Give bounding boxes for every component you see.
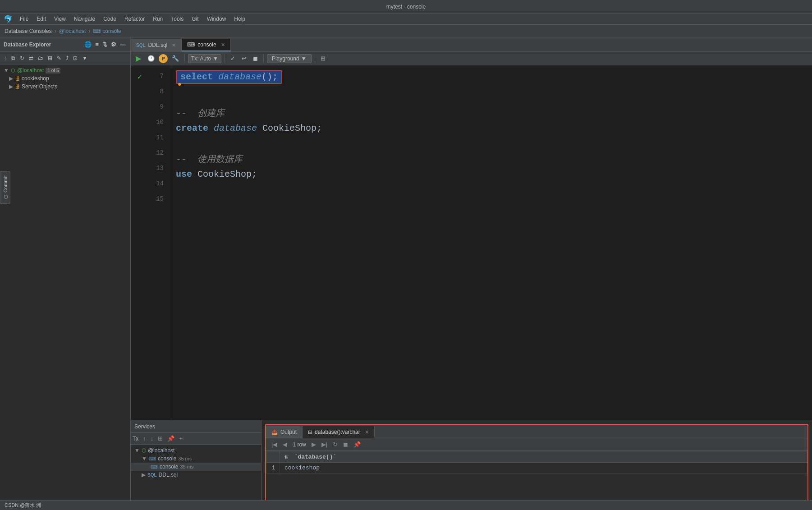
menu-git[interactable]: Git	[188, 15, 202, 23]
output-tab-result[interactable]: ⊞ database():varchar ✕	[303, 426, 375, 438]
code-line-9[interactable]: -- 创建库	[176, 105, 807, 120]
breadcrumb-console[interactable]: console	[102, 28, 121, 34]
menu-view[interactable]: View	[50, 15, 69, 23]
services-up-btn[interactable]: ↑	[141, 434, 148, 443]
localhost-badge: 1 of 5	[46, 68, 60, 74]
jump-btn[interactable]: ⤴	[64, 54, 70, 62]
copy-datasource-btn[interactable]: ⧉	[9, 54, 17, 62]
properties-btn[interactable]: ⊡	[71, 54, 79, 62]
console-child-icon: ⌨	[151, 464, 158, 470]
menu-window[interactable]: Window	[203, 15, 230, 23]
filter-btn[interactable]: ▼	[80, 54, 89, 62]
service-console-child[interactable]: ⌨ console 35 ms	[131, 463, 261, 471]
title-bar: mytest - console	[0, 0, 812, 14]
code-line-13[interactable]: use CookieShop;	[176, 166, 807, 182]
prev-btn[interactable]: ◀	[281, 440, 289, 449]
services-pin-btn[interactable]: 📌	[165, 434, 176, 443]
settings-icon[interactable]: ⚙	[110, 40, 117, 49]
menu-file[interactable]: File	[16, 15, 32, 23]
db-explorer-panel: Database Explorer 🌐 ≡ ⇅ ⚙ — + ⧉ ↻ ⇄ 🗂 ⊞ …	[0, 37, 131, 510]
arrow-icon: ▶	[9, 75, 13, 82]
menu-refactor[interactable]: Refactor	[121, 15, 148, 23]
menu-run[interactable]: Run	[149, 15, 166, 23]
commit-label: ⬡ Commit	[3, 175, 8, 200]
align-icon[interactable]: ≡	[94, 40, 100, 49]
separator-4	[315, 55, 315, 63]
arrow-icon: ▼	[134, 447, 140, 454]
tree-cookieshop[interactable]: ▶ 🗄 cookieshop	[0, 74, 130, 83]
line7-content: select database () ;	[176, 70, 282, 84]
sync-btn[interactable]: ⇄	[27, 54, 35, 62]
menu-help[interactable]: Help	[230, 15, 249, 23]
code-line-12[interactable]: -- 使用数据库	[176, 151, 807, 166]
tree-server-objects[interactable]: ▶ 🗄 Server Objects	[0, 83, 130, 91]
sort-icon[interactable]: ⇅	[101, 40, 108, 49]
service-localhost[interactable]: ▼ ⬡ @localhost	[131, 446, 261, 455]
stop-button[interactable]: ◼	[251, 54, 260, 63]
line-num-9: 9	[149, 100, 167, 115]
table-btn[interactable]: ⊞	[46, 54, 54, 62]
add-datasource-btn[interactable]: +	[2, 54, 9, 62]
line-num-15: 15	[149, 192, 167, 207]
breadcrumb-database-consoles[interactable]: Database Consoles	[5, 28, 52, 34]
minimize-icon[interactable]: —	[119, 40, 127, 49]
output-bordered: 📤 Output ⊞ database():varchar ✕ |◀ ◀ 1 r…	[265, 424, 808, 506]
tab-ddl-sql[interactable]: SQL DDL.sql ✕	[131, 39, 182, 51]
gutter-9	[131, 100, 149, 115]
globe-icon[interactable]: 🌐	[83, 40, 92, 49]
service-console-parent[interactable]: ▼ ⌨ console 35 ms	[131, 455, 261, 463]
next-btn[interactable]: ▶	[310, 440, 318, 449]
database-keyword: database	[218, 72, 261, 82]
col-sort-icon: ⇅	[284, 454, 288, 460]
service-ddl[interactable]: ▶ SQL DDL.sql	[131, 471, 261, 479]
code-line-14[interactable]	[176, 182, 807, 197]
output-toolbar: |◀ ◀ 1 row ▶ ▶| ↻ ◼ 📌	[266, 438, 807, 451]
menu-tools[interactable]: Tools	[167, 15, 187, 23]
menu-code[interactable]: Code	[100, 15, 120, 23]
menu-navigate[interactable]: Navigate	[70, 15, 99, 23]
stop-output-btn[interactable]: ◼	[341, 440, 350, 449]
refresh-output-btn[interactable]: ↻	[331, 440, 339, 449]
first-btn[interactable]: |◀	[270, 440, 279, 449]
pin-output-btn[interactable]: 📌	[352, 440, 362, 449]
schema-btn[interactable]: 🗂	[36, 54, 45, 62]
table-view-button[interactable]: ⊞	[318, 54, 328, 63]
playground-button[interactable]: Playground ▼	[267, 54, 312, 63]
code-content[interactable]: select database () ; ●	[171, 65, 812, 420]
refresh-btn[interactable]: ↻	[18, 54, 26, 62]
tree-localhost[interactable]: ▼ ⬡ @localhost 1 of 5	[0, 66, 130, 74]
run-button[interactable]: ▶	[133, 53, 143, 64]
cell-cookieshop[interactable]: cookieshop	[280, 463, 807, 473]
select-keyword: select	[180, 72, 213, 82]
code-line-8[interactable]	[176, 90, 807, 105]
tab-console[interactable]: ⌨ console ✕	[182, 39, 230, 51]
menu-edit[interactable]: Edit	[33, 15, 50, 23]
col-database-label: `database()`	[294, 454, 337, 460]
edit-btn[interactable]: ✎	[55, 54, 63, 62]
output-tab-close[interactable]: ✕	[365, 429, 369, 435]
services-toolbar: Tx ↑ ↓ ⊞ 📌 +	[131, 433, 261, 445]
playground-label: Playground	[272, 55, 299, 62]
code-line-11[interactable]	[176, 136, 807, 151]
commit-sidebar[interactable]: ⬡ Commit	[0, 171, 10, 204]
last-btn[interactable]: ▶|	[320, 440, 329, 449]
code-line-10[interactable]: create database CookieShop;	[176, 120, 807, 136]
services-right: 📤 Output ⊞ database():varchar ✕ |◀ ◀ 1 r…	[261, 420, 812, 510]
db-explorer-title: Database Explorer	[4, 41, 51, 48]
tab-console-close[interactable]: ✕	[221, 42, 225, 48]
commit-button[interactable]: ✓	[228, 54, 238, 63]
server-icon-service: ⬡	[142, 447, 146, 454]
wrench-button[interactable]: 🔧	[170, 54, 181, 63]
code-line-15[interactable]	[176, 197, 807, 212]
services-down-btn[interactable]: ↓	[149, 434, 156, 443]
tab-ddl-close[interactable]: ✕	[172, 42, 176, 48]
services-add-btn[interactable]: +	[177, 434, 184, 443]
tx-dropdown[interactable]: Tx: Auto ▼	[188, 54, 221, 63]
output-icon: 📤	[271, 429, 278, 435]
history-button[interactable]: 🕐	[145, 54, 157, 63]
output-tab-output[interactable]: 📤 Output	[266, 426, 303, 438]
services-group-btn[interactable]: ⊞	[156, 434, 165, 443]
rollback-button[interactable]: ↩	[239, 54, 249, 63]
breadcrumb-localhost[interactable]: @localhost	[59, 28, 86, 34]
profile-button[interactable]: P	[159, 54, 168, 63]
